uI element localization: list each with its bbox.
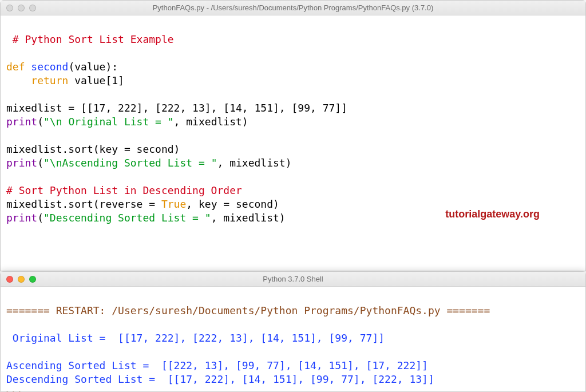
code-line: print("\nAscending Sorted List = ", mixe… <box>6 157 292 169</box>
output-line: Descending Sorted List = [[17, 222], [14… <box>6 373 434 385</box>
code-line: def second(value): <box>6 61 118 73</box>
builtin-print: print <box>6 157 37 169</box>
code-line: mixedlist.sort(key = second) <box>6 143 180 155</box>
output-line: Original List = [[17, 222], [222, 13], [… <box>6 332 385 344</box>
keyword-def: def <box>6 61 25 73</box>
string-literal: "\n Original List = " <box>43 116 174 128</box>
builtin-print: print <box>6 116 37 128</box>
comment: # Sort Python List in Descending Order <box>6 184 242 196</box>
editor-window: PythonFAQs.py - /Users/suresh/Documents/… <box>0 0 586 271</box>
shell-output[interactable]: ======= RESTART: /Users/suresh/Documents… <box>1 287 585 391</box>
code-line: print("\n Original List = ", mixedlist) <box>6 116 248 128</box>
shell-prompt[interactable]: >>> <box>6 387 31 391</box>
editor-titlebar: PythonFAQs.py - /Users/suresh/Documents/… <box>1 1 585 15</box>
watermark: tutorialgateway.org <box>445 207 540 221</box>
editor-title: PythonFAQs.py - /Users/suresh/Documents/… <box>6 3 580 12</box>
keyword-return: return <box>31 74 68 86</box>
code-line: mixedlist.sort(reverse = True, key = sec… <box>6 198 279 210</box>
output-line: Ascending Sorted List = [[222, 13], [99,… <box>6 359 428 371</box>
func-name: second <box>31 61 68 73</box>
restart-banner: ======= RESTART: /Users/suresh/Documents… <box>6 304 490 316</box>
code-line: # Python Sort List Example <box>6 33 174 45</box>
builtin-print: print <box>6 212 37 224</box>
string-literal: "\nAscending Sorted List = " <box>43 157 217 169</box>
code-line: mixedlist = [[17, 222], [222, 13], [14, … <box>6 102 347 114</box>
shell-titlebar: Python 3.7.0 Shell <box>1 272 585 287</box>
string-literal: "Descending Sorted List = " <box>43 212 211 224</box>
code-line: return value[1] <box>6 74 124 86</box>
comment: # Python Sort List Example <box>13 33 174 45</box>
code-line: print("Descending Sorted List = ", mixed… <box>6 212 286 224</box>
keyword-true: True <box>161 198 186 210</box>
shell-window: Python 3.7.0 Shell ======= RESTART: /Use… <box>0 271 586 392</box>
shell-title: Python 3.7.0 Shell <box>6 275 580 283</box>
code-line: # Sort Python List in Descending Order <box>6 184 242 196</box>
code-editor[interactable]: # Python Sort List Example def second(va… <box>1 15 585 271</box>
